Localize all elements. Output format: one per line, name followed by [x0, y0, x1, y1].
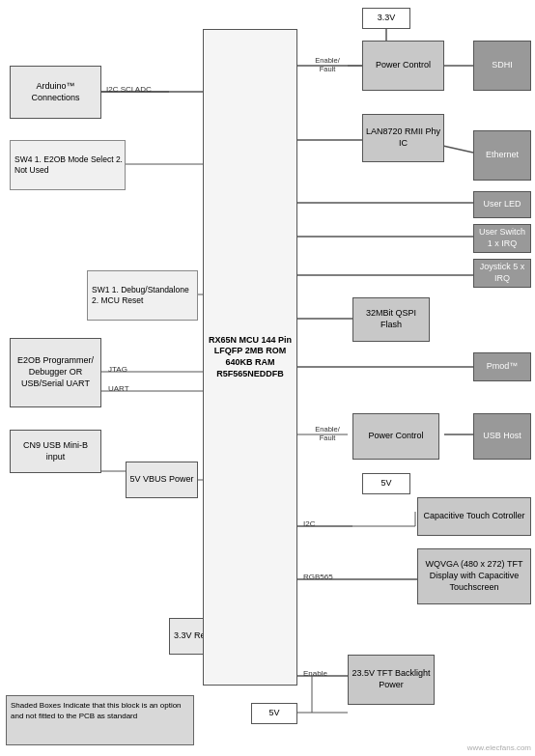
mcu-block: RX65N MCU 144 Pin LFQFP 2MB ROM 640KB RA… — [203, 29, 297, 686]
tft-backlight-block: 23.5V TFT Backlight Power — [348, 655, 435, 705]
user-switch-block: User Switch 1 x IRQ — [473, 224, 531, 253]
v33-top-label: 3.3V — [378, 13, 396, 24]
ethernet-block: Ethernet — [473, 130, 531, 181]
sdhi-label: SDHI — [492, 60, 513, 71]
pmod-label: Pmod™ — [487, 361, 519, 373]
uart-label: UART — [108, 384, 129, 393]
enable-fault-bot-label: Enable/ Fault — [307, 425, 348, 442]
user-led-block: User LED — [473, 191, 531, 218]
pmod-block: Pmod™ — [473, 352, 531, 381]
tft-display-label: WQVGA (480 x 272) TFT Display with Capac… — [420, 559, 528, 593]
lan8720-block: LAN8720 RMII Phy IC — [362, 114, 444, 162]
lan8720-label: LAN8720 RMII Phy IC — [365, 126, 441, 149]
watermark: www.elecfans.com — [467, 743, 531, 752]
sdhi-block: SDHI — [473, 41, 531, 91]
mcu-label: RX65N MCU 144 Pin LFQFP 2MB ROM 640KB RA… — [206, 335, 295, 380]
sw1-label: SW1 1. Debug/Standalone 2. MCU Reset — [92, 285, 195, 306]
arduino-block: Arduino™ Connections — [10, 66, 101, 119]
user-switch-label: User Switch 1 x IRQ — [476, 227, 528, 249]
enable-bot-label: Enable — [303, 669, 327, 678]
v5-bot-label: 5V — [380, 478, 391, 490]
v5-bottom-block: 5V — [251, 703, 297, 724]
jtag-label: JTAG — [108, 365, 127, 374]
vbus-label: 5V VBUS Power — [129, 474, 193, 486]
i2c-sci-adc-label: I2C SCI ADC — [106, 85, 152, 94]
note-text: Shaded Boxes Indicate that this block is… — [11, 701, 182, 720]
arduino-label: Arduino™ Connections — [13, 81, 99, 103]
note-box: Shaded Boxes Indicate that this block is… — [6, 695, 194, 745]
e2ob-label: E2OB Programmer/ Debugger OR USB/Serial … — [13, 355, 99, 389]
power-control-top-block: Power Control — [362, 41, 444, 91]
power-control-bot-block: Power Control — [352, 413, 439, 460]
usb-host-label: USB Host — [483, 431, 521, 442]
tft-backlight-label: 23.5V TFT Backlight Power — [351, 668, 432, 690]
power-control-top-label: Power Control — [376, 60, 431, 71]
v5-bot-block: 5V — [362, 473, 410, 494]
cap-touch-label: Capacitive Touch Cotroller — [424, 511, 525, 522]
sw1-block: SW1 1. Debug/Standalone 2. MCU Reset — [87, 270, 198, 321]
i2c-label: I2C — [303, 519, 315, 528]
power-control-bot-label: Power Control — [368, 431, 423, 442]
v5-bottom-label: 5V — [268, 708, 279, 719]
e2ob-block: E2OB Programmer/ Debugger OR USB/Serial … — [10, 338, 101, 407]
joystick-block: Joystick 5 x IRQ — [473, 259, 531, 288]
cap-touch-block: Capacitive Touch Cotroller — [417, 497, 531, 536]
tft-display-block: WQVGA (480 x 272) TFT Display with Capac… — [417, 548, 531, 604]
cn9-label: CN9 USB Mini-B input — [13, 440, 99, 462]
diagram: Arduino™ Connections I2C SCI ADC SW4 1. … — [0, 0, 535, 756]
cn9-block: CN9 USB Mini-B input — [10, 430, 101, 473]
sw4-label: SW4 1. E2OB Mode Select 2. Not Used — [14, 154, 123, 176]
user-led-label: User LED — [483, 199, 521, 210]
sw4-block: SW4 1. E2OB Mode Select 2. Not Used — [10, 140, 126, 190]
joystick-label: Joystick 5 x IRQ — [476, 262, 528, 284]
usb-host-block: USB Host — [473, 413, 531, 460]
qspi-flash-block: 32MBit QSPI Flash — [352, 297, 430, 342]
vbus-power-block: 5V VBUS Power — [126, 462, 198, 498]
qspi-flash-label: 32MBit QSPI Flash — [355, 308, 427, 330]
enable-fault-top-label: Enable/ Fault — [307, 56, 348, 73]
v33-top-block: 3.3V — [362, 8, 410, 29]
rgb565-label: RGB565 — [303, 573, 333, 581]
ethernet-label: Ethernet — [486, 150, 519, 161]
